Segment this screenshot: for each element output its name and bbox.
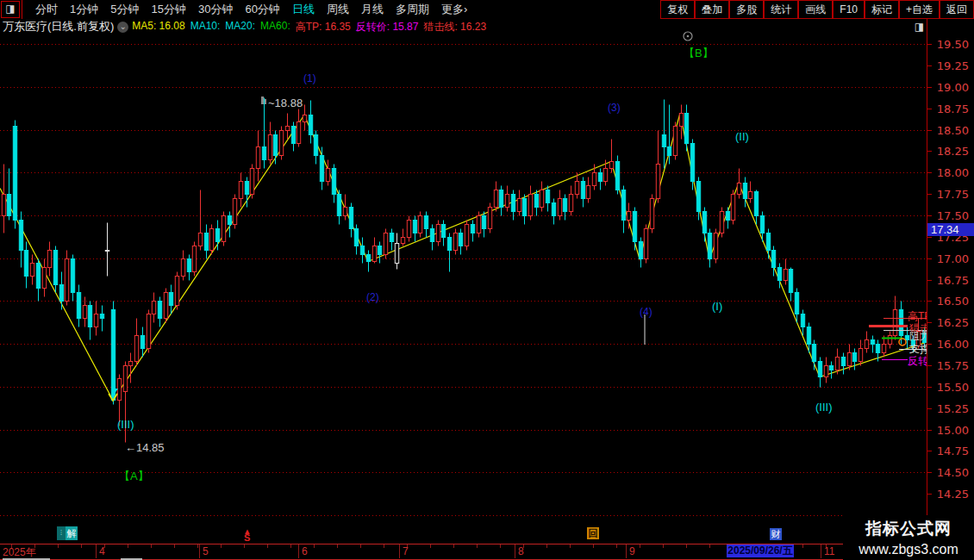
candle-body xyxy=(378,246,381,255)
candle-body xyxy=(147,314,150,349)
price-label-19.00: 19.00 xyxy=(937,81,969,94)
price-tick xyxy=(927,430,932,431)
candle-body xyxy=(812,345,815,362)
date-minor-tick xyxy=(686,544,687,548)
candle-body xyxy=(354,229,358,246)
candle-body xyxy=(656,165,659,199)
candle-body xyxy=(453,233,457,251)
watermark-title: 指标公式网 xyxy=(843,518,974,540)
candle-body xyxy=(401,238,404,244)
candle-body xyxy=(829,366,833,370)
price-tick xyxy=(927,408,932,409)
annotation-(4): (4) xyxy=(640,306,652,318)
date-minor-tick xyxy=(244,544,245,548)
price-label-19.50: 19.50 xyxy=(937,38,969,51)
candle-body xyxy=(865,340,868,349)
announcement-badge[interactable]: 回 xyxy=(587,527,599,539)
date-minor-tick xyxy=(453,544,454,548)
month-separator xyxy=(199,544,200,558)
candle-body xyxy=(477,216,480,233)
price-axis: 19.5019.2519.0018.7518.5018.2518.0017.75… xyxy=(927,19,974,544)
price-tick xyxy=(927,387,932,388)
selected-date-box: 2025/09/26/五 xyxy=(727,544,794,557)
sell-signal-marker[interactable]: ▴ S xyxy=(244,527,250,541)
candle-body xyxy=(771,251,775,268)
price-label-15.00: 15.00 xyxy=(937,424,969,437)
candle-body xyxy=(158,302,161,319)
price-label-16.00: 16.00 xyxy=(937,338,969,351)
candle-body xyxy=(581,182,584,199)
candle-body xyxy=(494,190,497,208)
high-flag-mark xyxy=(265,99,266,104)
candle-body xyxy=(459,233,462,246)
candle-body xyxy=(650,199,653,229)
unlock-event-badge[interactable]: ⋮ 解 xyxy=(57,526,78,540)
candle-body xyxy=(893,310,896,336)
price-label-15.25: 15.25 xyxy=(937,402,969,415)
candle-body xyxy=(592,173,596,186)
annotation-(III): (III) xyxy=(117,418,134,431)
candle-body xyxy=(59,285,63,302)
price-tick xyxy=(927,258,932,259)
level-label-高TP: 高TP xyxy=(908,310,927,322)
price-tick xyxy=(927,451,932,451)
candle-body xyxy=(53,251,57,285)
candle-body xyxy=(558,199,561,216)
candle-body xyxy=(169,293,172,306)
annotation-(3): (3) xyxy=(608,102,621,114)
candle-body xyxy=(528,195,532,216)
candle-body xyxy=(65,259,68,302)
date-minor-tick xyxy=(360,544,361,548)
level-label-阻力: 阻力 xyxy=(909,330,927,342)
financial-report-badge[interactable]: 财 xyxy=(770,528,782,540)
date-minor-tick xyxy=(593,544,594,548)
candle-body xyxy=(314,135,317,156)
candle-body xyxy=(332,169,335,195)
candle-body xyxy=(94,314,97,327)
date-minor-tick xyxy=(802,544,803,548)
date-minor-tick xyxy=(663,544,664,548)
candle-body xyxy=(413,221,416,233)
price-tick xyxy=(927,151,932,152)
price-tick xyxy=(927,280,932,281)
current-price-box: 17.34 xyxy=(927,223,974,236)
candle-body xyxy=(390,233,393,242)
candle-body xyxy=(540,190,543,208)
candle-body xyxy=(603,169,607,182)
date-minor-tick xyxy=(430,544,431,548)
unlock-badge-left: ⋮ xyxy=(57,526,66,540)
price-tick xyxy=(927,194,932,195)
date-label-7: 7 xyxy=(403,545,409,557)
annotation-(2): (2) xyxy=(366,291,379,303)
date-label-8: 8 xyxy=(518,545,524,557)
date-minor-tick xyxy=(221,544,222,548)
price-label-18.50: 18.50 xyxy=(937,124,969,137)
candle-body xyxy=(88,306,91,327)
candle-body xyxy=(876,345,879,353)
price-tick xyxy=(927,215,932,216)
price-label-16.25: 16.25 xyxy=(937,316,969,329)
price-label-14.50: 14.50 xyxy=(937,466,969,479)
toolbar-button-返回[interactable]: 返回 xyxy=(940,0,974,19)
candle-body xyxy=(465,225,468,246)
candle-body xyxy=(835,358,839,370)
candle-body xyxy=(198,233,202,246)
candle-body xyxy=(552,203,555,216)
candle-body xyxy=(250,169,253,195)
candle-body xyxy=(667,147,671,156)
candle-body xyxy=(673,127,677,156)
price-tick xyxy=(927,322,932,323)
candle-body xyxy=(633,212,636,242)
annotation-(I): (I) xyxy=(712,300,722,313)
candle-body xyxy=(418,216,421,233)
candle-body xyxy=(586,186,590,199)
candle-body xyxy=(343,208,347,216)
price-label-14.25: 14.25 xyxy=(937,488,969,501)
date-minor-tick xyxy=(384,544,384,548)
candle-body xyxy=(662,135,665,147)
candle-body xyxy=(684,114,688,144)
candle-body xyxy=(215,229,219,242)
candle-body xyxy=(407,221,410,238)
annotation-(1): (1) xyxy=(303,72,316,84)
candle-body xyxy=(123,366,127,392)
